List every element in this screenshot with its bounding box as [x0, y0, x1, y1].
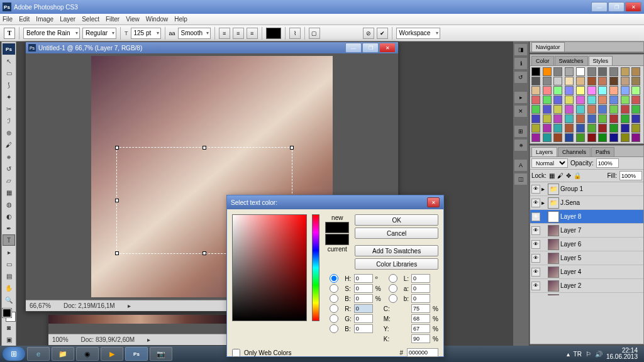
opacity-input[interactable]: [596, 158, 619, 168]
marquee-tool[interactable]: ▭: [3, 67, 15, 79]
layer-thumbnail[interactable]: T: [548, 211, 559, 222]
clock[interactable]: 22:14 16.06.2013: [606, 348, 638, 360]
hue-slider[interactable]: [312, 214, 319, 321]
style-swatch[interactable]: [598, 133, 607, 142]
style-swatch[interactable]: [553, 114, 562, 123]
style-swatch[interactable]: [609, 77, 618, 85]
style-swatch[interactable]: [543, 86, 552, 95]
visibility-eye-icon[interactable]: 👁: [531, 212, 540, 221]
styles-grid[interactable]: [530, 66, 643, 143]
layer-name[interactable]: Layer 8: [560, 213, 581, 220]
eyedropper-tool[interactable]: ℐ: [3, 115, 15, 126]
task-explorer[interactable]: 📁: [52, 347, 74, 361]
style-swatch[interactable]: [587, 96, 596, 104]
layer-name[interactable]: Layer 6: [560, 241, 581, 248]
style-swatch[interactable]: [621, 86, 630, 95]
lang-indicator[interactable]: TR: [574, 351, 582, 358]
layer-row[interactable]: 👁Layer 3: [530, 293, 643, 295]
visibility-eye-icon[interactable]: 👁: [531, 185, 540, 194]
task-ie[interactable]: e: [27, 347, 50, 361]
style-swatch[interactable]: [598, 96, 607, 104]
layer-name[interactable]: Layer 5: [560, 255, 581, 261]
m-input[interactable]: [411, 314, 430, 323]
layer-thumbnail[interactable]: [548, 266, 559, 278]
style-swatch[interactable]: [531, 105, 540, 114]
history-brush-tool[interactable]: ↺: [3, 163, 15, 174]
style-swatch[interactable]: [587, 105, 596, 114]
tray-up-icon[interactable]: ▴: [567, 351, 570, 358]
menu-window[interactable]: Window: [146, 16, 169, 23]
eraser-tool[interactable]: ▱: [3, 175, 15, 186]
crop-tool[interactable]: ✂: [3, 103, 15, 114]
l-radio[interactable]: [384, 274, 402, 283]
style-swatch[interactable]: [587, 77, 596, 85]
style-swatch[interactable]: [565, 67, 574, 76]
align-left-button[interactable]: ≡: [219, 28, 230, 39]
color-libraries-button[interactable]: Color Libraries: [355, 258, 438, 270]
visibility-eye-icon[interactable]: 👁: [531, 240, 540, 249]
style-swatch[interactable]: [565, 77, 574, 85]
navigator-tab[interactable]: Navigator: [531, 42, 565, 52]
align-center-button[interactable]: ≡: [233, 28, 244, 39]
lock-trans-icon[interactable]: ▦: [549, 172, 555, 179]
screen-mode-button[interactable]: ▣: [3, 334, 15, 345]
style-swatch[interactable]: [565, 96, 574, 104]
b-input[interactable]: [411, 294, 430, 303]
move-tool[interactable]: ↖: [3, 55, 15, 67]
task-chrome[interactable]: ◉: [76, 347, 99, 361]
font-family-select[interactable]: Before the Rain: [23, 28, 80, 39]
style-swatch[interactable]: [598, 105, 607, 114]
lock-paint-icon[interactable]: 🖌: [557, 172, 564, 179]
style-swatch[interactable]: [598, 86, 607, 95]
style-swatch[interactable]: [553, 96, 562, 104]
visibility-eye-icon[interactable]: 👁: [531, 282, 540, 290]
style-swatch[interactable]: [531, 114, 540, 123]
close-button[interactable]: ✕: [625, 2, 641, 12]
bc-input[interactable]: [354, 324, 373, 333]
style-swatch[interactable]: [621, 77, 630, 85]
style-swatch[interactable]: [587, 86, 596, 95]
style-swatch[interactable]: [543, 67, 552, 76]
secondary-zoom[interactable]: 100%: [52, 336, 69, 343]
style-swatch[interactable]: [598, 124, 607, 133]
bv-input[interactable]: [354, 294, 373, 303]
layer-name[interactable]: Layer 2: [560, 282, 581, 289]
layer-thumbnail[interactable]: [548, 239, 559, 250]
gradient-tool[interactable]: ▦: [3, 187, 15, 198]
cancel-button[interactable]: Cancel: [355, 228, 438, 239]
style-swatch[interactable]: [576, 124, 585, 133]
layer-name[interactable]: J.Sena: [560, 199, 580, 206]
style-swatch[interactable]: [609, 86, 618, 95]
para-icon[interactable]: A: [514, 160, 527, 171]
hand-tool[interactable]: ✋: [3, 282, 15, 293]
layer-name[interactable]: Layer 4: [560, 268, 581, 275]
tray-flag-icon[interactable]: ⚐: [586, 351, 591, 358]
layer-row[interactable]: 👁Layer 7: [530, 224, 643, 238]
style-swatch[interactable]: [598, 77, 607, 85]
dodge-tool[interactable]: ◐: [3, 211, 15, 222]
style-swatch[interactable]: [565, 124, 574, 133]
quick-mask-button[interactable]: ◙: [3, 322, 15, 333]
style-swatch[interactable]: [609, 96, 618, 104]
r-radio[interactable]: [325, 304, 343, 313]
style-swatch[interactable]: [587, 67, 596, 76]
layer-thumbnail[interactable]: [548, 253, 559, 264]
menu-help[interactable]: Help: [174, 16, 187, 23]
task-camera[interactable]: 📷: [150, 347, 172, 361]
layer-name[interactable]: Group 1: [560, 185, 583, 192]
task-photoshop[interactable]: Ps: [125, 347, 148, 361]
document-title-bar[interactable]: Ps Untitled-1 @ 66,7% (Layer 7, RGB/8) —…: [26, 42, 398, 53]
workspace-select[interactable]: Workspace: [396, 28, 440, 39]
ok-button[interactable]: OK: [355, 214, 438, 226]
color-picker-title-bar[interactable]: Select text color: ✕: [227, 195, 443, 209]
visibility-eye-icon[interactable]: 👁: [531, 268, 540, 277]
minimize-button[interactable]: —: [591, 2, 608, 12]
stamp-tool[interactable]: ⎈: [3, 151, 15, 162]
style-swatch[interactable]: [531, 77, 540, 85]
style-swatch[interactable]: [621, 114, 630, 123]
doc-zoom[interactable]: 66,67%: [30, 302, 51, 309]
hex-input[interactable]: [407, 348, 438, 357]
style-swatch[interactable]: [553, 133, 562, 142]
doc-maximize-button[interactable]: ❐: [362, 43, 379, 53]
brush-icon[interactable]: ⊞: [514, 126, 527, 137]
